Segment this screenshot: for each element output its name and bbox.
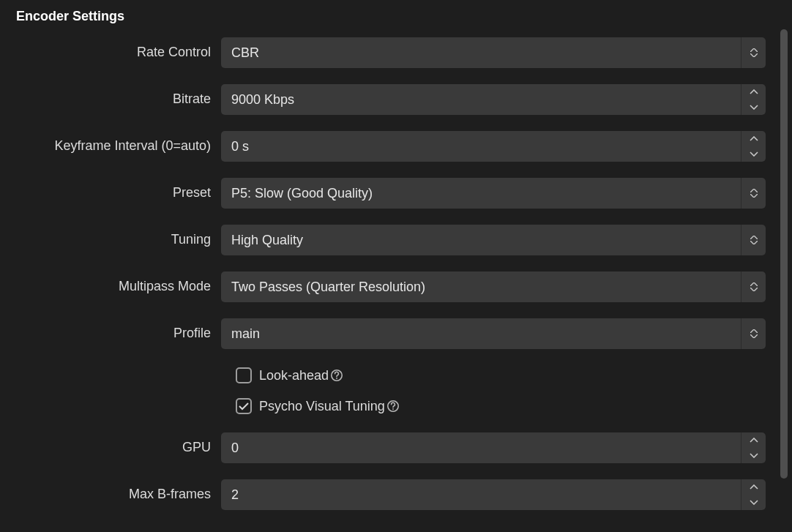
svg-point-1 (336, 378, 337, 379)
rate-control-value: CBR (221, 45, 741, 61)
row-gpu: GPU 0 (16, 432, 766, 463)
row-multipass-mode: Multipass Mode Two Passes (Quarter Resol… (16, 271, 766, 302)
keyframe-interval-spinner[interactable]: 0 s (221, 131, 766, 162)
label-gpu: GPU (16, 441, 221, 455)
row-max-bframes: Max B-frames 2 (16, 479, 766, 510)
keyframe-interval-value: 0 s (221, 139, 741, 154)
row-psycho-visual-tuning: Psycho Visual Tuning (236, 396, 766, 416)
spinner-up-icon[interactable] (741, 479, 766, 495)
dropdown-caret-icon (741, 178, 766, 209)
spinner-arrows (741, 131, 766, 162)
label-tuning: Tuning (16, 233, 221, 247)
look-ahead-label: Look-ahead (259, 368, 343, 383)
preset-select[interactable]: P5: Slow (Good Quality) (221, 178, 766, 209)
dropdown-caret-icon (741, 318, 766, 349)
rate-control-select[interactable]: CBR (221, 37, 766, 68)
spinner-up-icon[interactable] (741, 131, 766, 146)
row-bitrate: Bitrate 9000 Kbps (16, 84, 766, 115)
spinner-arrows (741, 479, 766, 510)
label-profile: Profile (16, 326, 221, 341)
row-profile: Profile main (16, 318, 766, 349)
svg-point-3 (392, 408, 394, 410)
label-max-bframes: Max B-frames (16, 487, 221, 502)
spinner-down-icon[interactable] (741, 448, 766, 463)
spinner-up-icon[interactable] (741, 432, 766, 448)
max-bframes-value: 2 (221, 487, 741, 503)
bitrate-value: 9000 Kbps (221, 92, 741, 108)
psycho-visual-tuning-checkbox[interactable] (236, 398, 252, 414)
preset-value: P5: Slow (Good Quality) (221, 186, 741, 201)
gpu-value: 0 (221, 441, 741, 456)
gpu-spinner[interactable]: 0 (221, 432, 766, 463)
spinner-arrows (741, 432, 766, 463)
help-icon[interactable] (386, 400, 400, 413)
dropdown-caret-icon (741, 271, 766, 302)
row-look-ahead: Look-ahead (236, 365, 766, 386)
spinner-down-icon[interactable] (741, 146, 766, 162)
scrollbar[interactable] (780, 29, 788, 517)
multipass-mode-value: Two Passes (Quarter Resolution) (221, 280, 741, 295)
row-keyframe-interval: Keyframe Interval (0=auto) 0 s (16, 131, 766, 162)
dropdown-caret-icon (741, 225, 766, 255)
scrollbar-thumb[interactable] (780, 29, 788, 479)
spinner-up-icon[interactable] (741, 84, 766, 100)
label-bitrate: Bitrate (16, 92, 221, 107)
label-keyframe-interval: Keyframe Interval (0=auto) (16, 139, 221, 154)
multipass-mode-select[interactable]: Two Passes (Quarter Resolution) (221, 271, 766, 302)
row-rate-control: Rate Control CBR (16, 37, 766, 68)
label-multipass-mode: Multipass Mode (16, 280, 221, 294)
tuning-select[interactable]: High Quality (221, 225, 766, 255)
max-bframes-spinner[interactable]: 2 (221, 479, 766, 510)
spinner-down-icon[interactable] (741, 495, 766, 510)
row-preset: Preset P5: Slow (Good Quality) (16, 178, 766, 209)
psycho-visual-tuning-label: Psycho Visual Tuning (259, 399, 400, 414)
dropdown-caret-icon (741, 37, 766, 68)
label-preset: Preset (16, 186, 221, 201)
profile-select[interactable]: main (221, 318, 766, 349)
encoder-settings-form: Rate Control CBR Bitrate 9000 Kbps (16, 37, 786, 510)
tuning-value: High Quality (221, 233, 741, 248)
encoder-settings-panel: Encoder Settings Rate Control CBR Bitrat… (0, 0, 792, 532)
look-ahead-checkbox[interactable] (236, 367, 252, 383)
help-icon[interactable] (330, 369, 343, 382)
label-rate-control: Rate Control (16, 45, 221, 60)
row-tuning: Tuning High Quality (16, 225, 766, 255)
panel-title: Encoder Settings (16, 9, 786, 24)
profile-value: main (221, 326, 741, 342)
bitrate-spinner[interactable]: 9000 Kbps (221, 84, 766, 115)
spinner-down-icon[interactable] (741, 100, 766, 115)
spinner-arrows (741, 84, 766, 115)
